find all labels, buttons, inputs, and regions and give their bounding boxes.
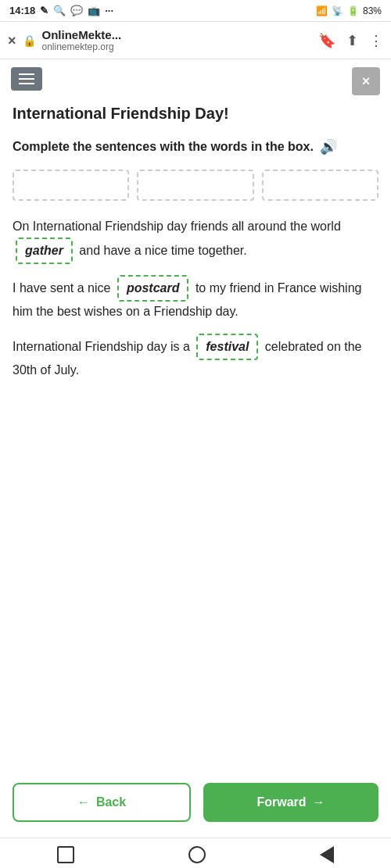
hamburger-line-2	[19, 78, 34, 80]
toolbar-actions: 🔖 ⬆ ⋮	[318, 32, 383, 49]
bookmark-icon[interactable]: 🔖	[318, 32, 335, 49]
battery-icon: 🔋	[347, 5, 359, 16]
para1-before: On International Friendship day friends …	[13, 220, 341, 233]
word-boxes-row	[13, 170, 378, 201]
hamburger-line-3	[19, 83, 34, 84]
signal-icon: 📶	[316, 5, 328, 16]
time-display: 14:18	[9, 5, 35, 16]
site-info: OnlineMekte... onlinemektep.org	[42, 28, 312, 52]
forward-arrow-icon: →	[313, 795, 325, 809]
whatsapp-icon: 💬	[70, 5, 83, 16]
instruction-label: Complete the sentences with the words in…	[13, 138, 314, 155]
search-icon: 🔍	[53, 5, 66, 16]
browser-toolbar: × 🔒 OnlineMekte... onlinemektep.org 🔖 ⬆ …	[0, 22, 391, 59]
lock-icon: 🔒	[23, 34, 36, 47]
status-icons: 📶 📡 🔋 83%	[316, 5, 382, 16]
home-button[interactable]	[188, 846, 206, 863]
back-button-nav[interactable]	[320, 846, 334, 863]
paragraph-2: I have sent a nice postcard to my friend…	[13, 275, 378, 323]
bottom-nav: ← Back Forward →	[0, 767, 391, 838]
status-time: 14:18 ✎ 🔍 💬 📺 ···	[9, 5, 113, 16]
hamburger-line-1	[19, 73, 34, 75]
answer-gather[interactable]: gather	[16, 238, 73, 264]
top-bar: ×	[0, 59, 391, 103]
forward-label: Forward	[256, 795, 306, 809]
main-content: International Friendship Day! Complete t…	[0, 103, 391, 767]
answer-festival[interactable]: festival	[196, 334, 258, 360]
para2-before: I have sent a nice	[13, 281, 110, 295]
edit-icon: ✎	[40, 5, 48, 16]
back-label: Back	[96, 795, 126, 809]
more-dots-icon: ···	[105, 5, 113, 16]
page-title: International Friendship Day!	[13, 103, 378, 123]
share-icon[interactable]: ⬆	[346, 32, 358, 49]
para1-after: and have a nice time together.	[79, 244, 246, 257]
more-menu-icon[interactable]: ⋮	[369, 32, 383, 49]
browser-close-button[interactable]: ×	[8, 34, 16, 48]
word-box-3[interactable]	[262, 170, 378, 201]
hamburger-menu-button[interactable]	[11, 67, 42, 91]
back-button[interactable]: ← Back	[13, 783, 191, 822]
screen-icon: 📺	[88, 5, 100, 16]
instruction-text: Complete the sentences with the words in…	[13, 138, 378, 157]
word-box-2[interactable]	[137, 170, 253, 201]
answer-postcard[interactable]: postcard	[117, 275, 189, 302]
page-wrapper: × International Friendship Day! Complete…	[0, 59, 391, 838]
para3-before: International Friendship day is a	[13, 340, 190, 353]
wifi-icon: 📡	[332, 5, 343, 16]
phone-bottom-bar	[0, 838, 391, 868]
paragraph-1: On International Friendship day friends …	[13, 216, 378, 264]
paragraph-3: International Friendship day is a festiv…	[13, 334, 378, 381]
forward-button[interactable]: Forward →	[203, 783, 378, 822]
close-page-button[interactable]: ×	[352, 67, 380, 95]
battery-percent: 83%	[363, 5, 382, 16]
word-box-1[interactable]	[13, 170, 129, 201]
speaker-icon[interactable]: 🔊	[320, 138, 337, 157]
back-arrow-icon: ←	[77, 795, 90, 809]
status-bar: 14:18 ✎ 🔍 💬 📺 ··· 📶 📡 🔋 83%	[0, 0, 391, 22]
site-url: onlinemektep.org	[42, 41, 312, 52]
site-title: OnlineMekte...	[42, 28, 312, 41]
recent-apps-button[interactable]	[57, 846, 74, 863]
